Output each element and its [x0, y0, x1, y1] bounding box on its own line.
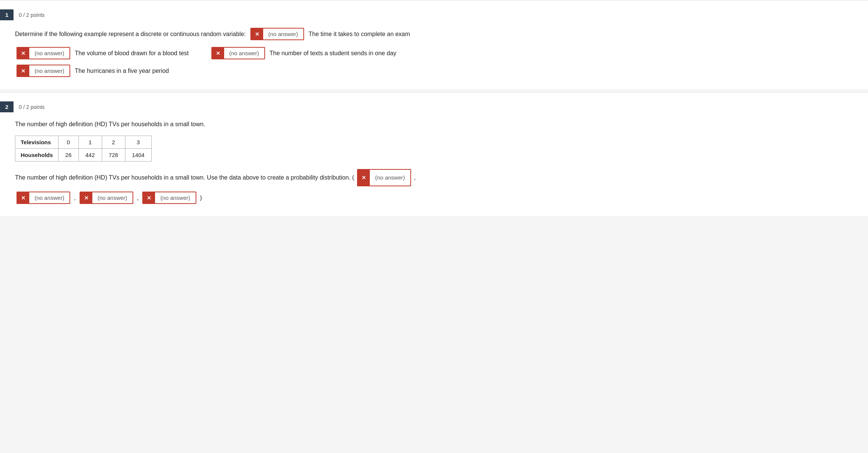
prob-dist-comma-1: , [414, 172, 416, 184]
prob-dist-comma-3: , [137, 195, 139, 201]
q2-a2-answer[interactable]: (no answer) [29, 192, 69, 203]
table-cell-hh-2: 728 [102, 149, 125, 162]
tv-households-table: Televisions 0 1 2 3 Households 26 442 72… [15, 136, 152, 162]
question-1-points: 0 / 2 points [19, 12, 45, 18]
table-cell-tv-3: 3 [125, 136, 151, 149]
question-1-header: 1 0 / 2 points [0, 9, 856, 20]
q1-texts-widget: ✕ (no answer) [211, 47, 265, 59]
q1-time-widget: ✕ (no answer) [250, 28, 304, 40]
q2-a2-widget: ✕ (no answer) [17, 192, 70, 204]
q1-hurricanes-widget: ✕ (no answer) [17, 65, 70, 77]
q1-texts-label: The number of texts a student sends in o… [270, 50, 396, 57]
question-1-content: Determine if the following example repre… [0, 28, 856, 77]
question-1-prompt: Determine if the following example repre… [15, 31, 246, 38]
q2-a1-widget: ✕ (no answer) [357, 169, 411, 186]
q1-time-answer[interactable]: (no answer) [263, 29, 303, 39]
q2-a3-clear-btn[interactable]: ✕ [80, 192, 92, 203]
q2-a1-clear-btn[interactable]: ✕ [358, 170, 370, 186]
question-2-description: The number of high definition (HD) TVs p… [15, 120, 856, 129]
q1-blood-clear-btn[interactable]: ✕ [17, 48, 29, 59]
table-cell-tv-1: 1 [78, 136, 102, 149]
question-1-number: 1 [0, 9, 14, 20]
q1-texts-answer[interactable]: (no answer) [224, 48, 264, 59]
table-cell-hh-1: 442 [78, 149, 102, 162]
q2-a4-widget: ✕ (no answer) [142, 192, 196, 204]
question-2: 2 0 / 2 points The number of high defini… [0, 92, 868, 216]
table-cell-households-label: Households [15, 149, 59, 162]
question-1: 1 0 / 2 points Determine if the followin… [0, 0, 868, 89]
prob-dist-comma-2: , [74, 195, 75, 201]
q2-a4-answer[interactable]: (no answer) [155, 192, 195, 203]
prob-dist-text-before: The number of high definition (HD) TVs p… [15, 172, 354, 184]
table-cell-tv-2: 2 [102, 136, 125, 149]
q1-time-clear-btn[interactable]: ✕ [251, 29, 263, 39]
prob-dist-closing-paren: ) [200, 195, 202, 201]
q1-time-label: The time it takes to complete an exam [309, 31, 410, 38]
question-2-header: 2 0 / 2 points [0, 101, 856, 112]
question-2-content: The number of high definition (HD) TVs p… [0, 120, 856, 204]
q1-hurricanes-answer[interactable]: (no answer) [29, 65, 69, 76]
table-cell-hh-3: 1404 [125, 149, 151, 162]
q2-a3-answer[interactable]: (no answer) [92, 192, 133, 203]
q2-a4-clear-btn[interactable]: ✕ [143, 192, 155, 203]
q1-hurricanes-clear-btn[interactable]: ✕ [17, 65, 29, 76]
q1-blood-widget: ✕ (no answer) [17, 47, 70, 59]
q1-blood-label: The volume of blood drawn for a blood te… [75, 50, 188, 57]
table-cell-tv-0: 0 [58, 136, 78, 149]
q1-hurricanes-label: The hurricanes in a five year period [75, 68, 169, 74]
question-2-number: 2 [0, 101, 14, 112]
q1-texts-clear-btn[interactable]: ✕ [212, 48, 224, 59]
q2-a3-widget: ✕ (no answer) [80, 192, 133, 204]
q1-blood-answer[interactable]: (no answer) [29, 48, 69, 59]
prob-dist-row: The number of high definition (HD) TVs p… [15, 169, 856, 186]
q2-a1-answer[interactable]: (no answer) [370, 170, 410, 186]
table-row-televisions: Televisions 0 1 2 3 [15, 136, 152, 149]
table-cell-hh-0: 26 [58, 149, 78, 162]
table-row-households: Households 26 442 728 1404 [15, 149, 152, 162]
q2-a2-clear-btn[interactable]: ✕ [17, 192, 29, 203]
question-2-points: 0 / 2 points [19, 104, 45, 110]
table-cell-televisions-label: Televisions [15, 136, 59, 149]
